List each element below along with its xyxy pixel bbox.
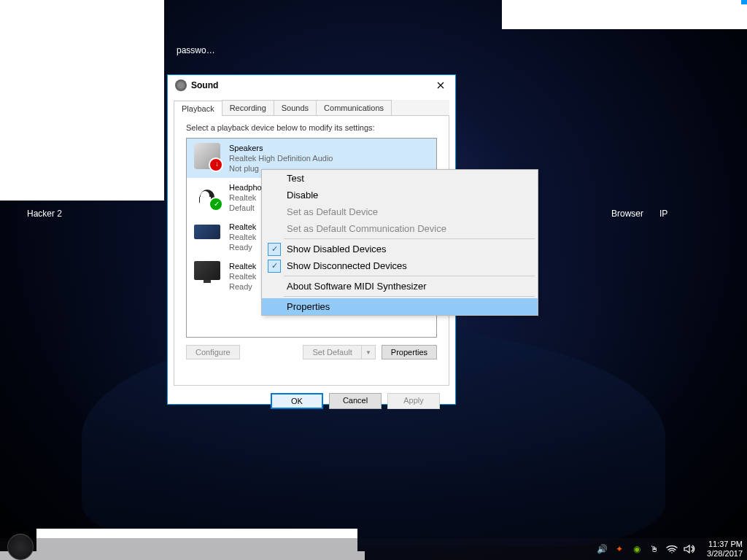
desktop-icon-label[interactable]: Browser: [611, 209, 643, 219]
device-name: Speakers: [229, 143, 333, 153]
context-menu: Test Disable Set as Default Device Set a…: [261, 169, 538, 316]
chevron-down-icon: ▼: [361, 345, 376, 359]
tray-speaker-icon[interactable]: [684, 543, 695, 555]
device-driver: Realtek: [229, 271, 256, 281]
desktop-icon-label[interactable]: passwo…: [177, 45, 215, 55]
device-driver: Realtek: [229, 232, 256, 242]
device-status: Ready: [229, 242, 256, 252]
desktop-icon-label[interactable]: ps: [146, 140, 155, 150]
tab-sounds[interactable]: Sounds: [274, 100, 317, 115]
cancel-button[interactable]: Cancel: [329, 393, 382, 409]
desktop-icon-label[interactable]: IP: [659, 209, 667, 219]
ctx-properties[interactable]: Properties: [262, 298, 538, 315]
device-driver: Realtek High Definition Audio: [229, 153, 333, 163]
ctx-about-midi[interactable]: About Software MIDI Synthesizer: [262, 278, 538, 295]
clock[interactable]: 11:37 PM 3/28/2017: [707, 540, 743, 559]
ctx-label: Show Disabled Devices: [287, 244, 387, 254]
separator: [284, 276, 535, 276]
close-button[interactable]: [429, 77, 452, 94]
tray-nvidia-icon[interactable]: ◉: [631, 543, 643, 555]
ctx-set-default-comm: Set as Default Communication Device: [262, 220, 538, 237]
set-default-button: Set Default: [303, 345, 360, 359]
apply-button: Apply: [387, 393, 440, 409]
tab-playback[interactable]: Playback: [174, 101, 222, 116]
separator: [284, 296, 535, 297]
dialog-title: Sound: [191, 80, 429, 90]
separator: [284, 238, 535, 239]
ctx-show-disabled[interactable]: ✓Show Disabled Devices: [262, 241, 538, 257]
device-name: Realtek: [229, 261, 256, 271]
monitor-icon: [194, 261, 220, 280]
tab-communications[interactable]: Communications: [316, 100, 392, 115]
ctx-show-disconnected[interactable]: ✓Show Disconnected Devices: [262, 257, 538, 274]
device-box-icon: [194, 225, 220, 239]
device-status: Default: [229, 203, 262, 213]
ctx-label: Show Disconnected Devices: [287, 260, 407, 271]
taskbar[interactable]: 🔊 ✦ ◉ 🖱 11:37 PM 3/28/2017: [0, 538, 747, 560]
device-driver: Realtek: [229, 192, 262, 203]
instruction-text: Select a playback device below to modify…: [186, 123, 437, 132]
check-icon: ✓: [268, 260, 281, 273]
tray-volume-icon[interactable]: 🔊: [596, 543, 608, 555]
desktop-icon-label[interactable]: ier: [146, 56, 155, 66]
properties-button[interactable]: Properties: [382, 345, 437, 359]
tab-recording[interactable]: Recording: [222, 100, 274, 115]
ctx-set-default: Set as Default Device: [262, 203, 538, 220]
sound-icon: [175, 79, 187, 91]
device-name: Realtek: [229, 222, 256, 232]
ctx-test[interactable]: Test: [262, 170, 538, 187]
titlebar[interactable]: Sound: [168, 75, 455, 96]
device-status: Ready: [229, 281, 256, 292]
accent: [741, 0, 747, 4]
close-icon: [437, 82, 444, 89]
speaker-icon: ↓: [194, 143, 220, 169]
desktop-icon-label[interactable]: st: [143, 45, 150, 55]
tray-app-icon[interactable]: ✦: [614, 543, 625, 555]
device-name: Headpho: [229, 182, 262, 192]
system-tray: 🔊 ✦ ◉ 🖱 11:37 PM 3/28/2017: [596, 540, 743, 559]
headphone-icon: ✓: [194, 182, 220, 209]
tray-wifi-icon[interactable]: [666, 543, 678, 555]
occlusion-block: [0, 0, 164, 201]
configure-button: Configure: [186, 345, 240, 359]
occlusion-block: [502, 0, 747, 29]
ok-button[interactable]: OK: [271, 393, 323, 409]
time: 11:37 PM: [707, 540, 743, 549]
tab-strip: Playback Recording Sounds Communications: [174, 100, 449, 116]
date: 3/28/2017: [707, 549, 743, 559]
ctx-disable[interactable]: Disable: [262, 187, 538, 203]
check-icon: ✓: [268, 243, 281, 256]
desktop-icon-label[interactable]: Hacker 2: [27, 209, 62, 219]
tray-device-icon[interactable]: 🖱: [649, 543, 660, 555]
desktop-icon-label[interactable]: ra: [146, 190, 154, 201]
